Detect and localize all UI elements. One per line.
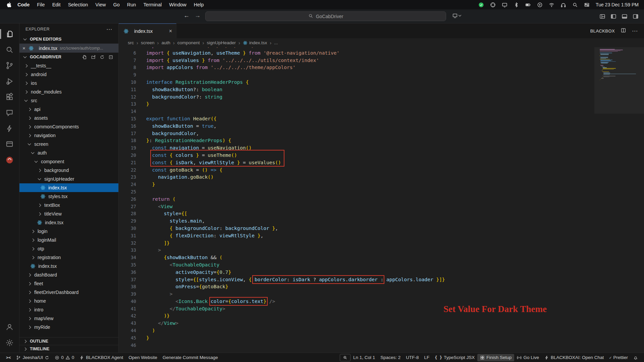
project-header[interactable]: GOCABDRIVER (19, 53, 118, 61)
tree-item-background[interactable]: background (19, 166, 118, 175)
statusbar-generate-commit[interactable]: Generate Commit Message (160, 354, 221, 361)
code-line-19[interactable]: 19 const navigation = useNavigation() (119, 144, 644, 152)
tree-item-registration[interactable]: registration (19, 253, 118, 262)
code-line-32[interactable]: 32 ]} (119, 240, 644, 247)
code-line-5[interactable]: 5import Icons from '../../../../utils/ic… (119, 47, 644, 50)
statusbar-blackbox-chat[interactable]: BLACKBOXAI: Open Chat (542, 354, 606, 361)
code-line-23[interactable]: 23 navigation.goBack() (119, 174, 644, 181)
statusbar-indentation[interactable]: Spaces: 2 (378, 354, 403, 361)
activity-accounts[interactable] (0, 319, 19, 335)
menu-terminal[interactable]: Terminal (140, 2, 165, 7)
tree-item-home[interactable]: home (19, 297, 118, 305)
code-line-12[interactable]: 12 backgroundColor?: string (119, 94, 644, 101)
tree-item-__tests__[interactable]: __tests__ (19, 61, 118, 70)
activity-blackbox-ai[interactable] (0, 152, 19, 168)
menu-selection[interactable]: Selection (64, 2, 92, 7)
more-actions-icon[interactable]: ⋯ (106, 26, 112, 33)
code-line-37[interactable]: 37 style={[styles.iconView, { borderColo… (119, 276, 644, 284)
tree-item-assets[interactable]: assets (19, 114, 118, 122)
headphones-icon[interactable] (560, 2, 566, 8)
code-line-33[interactable]: 33 > (119, 247, 644, 254)
code-area[interactable]: 5import Icons from '../../../../utils/ic… (119, 47, 644, 353)
apple-icon[interactable] (7, 2, 12, 7)
code-line-10[interactable]: 10interface RegistrationHeaderProps { (119, 79, 644, 86)
statusbar-encoding[interactable]: UTF-8 (403, 354, 421, 361)
breadcrumb--[interactable]: ... (274, 40, 278, 45)
menu-help[interactable]: Help (190, 2, 208, 7)
code-line-35[interactable]: 35 <TouchableOpacity (119, 261, 644, 269)
greenapp-icon[interactable] (478, 2, 484, 8)
menu-view[interactable]: View (92, 2, 109, 7)
tree-item-index.tsx[interactable]: index.tsx (19, 183, 118, 192)
statusbar-language[interactable]: { }TypeScript JSX (432, 354, 477, 361)
display-icon[interactable] (502, 2, 507, 8)
activity-remote-explorer[interactable] (0, 136, 19, 152)
activity-run-debug[interactable] (0, 73, 19, 89)
code-line-20[interactable]: 20 const { colors } = useTheme() (119, 152, 644, 159)
breadcrumb-auth[interactable]: auth (162, 40, 170, 45)
nav-back-icon[interactable]: ← (183, 12, 190, 19)
code-line-25[interactable]: 25 (119, 188, 644, 196)
code-line-46[interactable]: 46 (119, 342, 644, 349)
battery-icon[interactable] (525, 2, 531, 8)
statusbar-remote[interactable]: >< (3, 354, 13, 361)
statusbar-blackbox-agent[interactable]: BLACKBOX Agent (77, 354, 126, 361)
toggles-icon[interactable] (584, 2, 590, 8)
tree-item-intro[interactable]: intro (19, 305, 118, 314)
code-line-30[interactable]: 30 { backgroundColor: backgroundColor }, (119, 225, 644, 232)
panelleft-icon[interactable] (610, 13, 616, 19)
tree-item-dashBoard[interactable]: dashBoard (19, 270, 118, 279)
tree-item-loginMail[interactable]: loginMail (19, 236, 118, 244)
tree-item-textBox[interactable]: textBox (19, 201, 118, 209)
tree-item-fleetDriverDashboard[interactable]: fleetDriverDashboard (19, 288, 118, 297)
newfolder-icon[interactable] (91, 55, 96, 60)
code-line-15[interactable]: 15export function Header({ (119, 115, 644, 123)
activity-settings[interactable] (0, 335, 19, 351)
code-line-13[interactable]: 13} (119, 101, 644, 108)
tree-item-ios[interactable]: ios (19, 79, 118, 87)
code-line-9[interactable]: 9 (119, 71, 644, 79)
layout-icon[interactable] (599, 13, 605, 19)
code-line-21[interactable]: 21 const { isDark, viewRtlStyle } = useV… (119, 159, 644, 167)
close-icon[interactable]: × (22, 45, 25, 51)
more-actions-icon[interactable]: ⋯ (632, 27, 638, 35)
timeline-section[interactable]: TIMELINE (19, 345, 118, 353)
code-line-27[interactable]: 27 <View (119, 203, 644, 210)
code-line-26[interactable]: 26 return ( (119, 196, 644, 203)
breadcrumb-src[interactable]: src (128, 40, 134, 45)
code-line-18[interactable]: 18}: RegistrationHeaderProps) { (119, 137, 644, 144)
statusbar-problems[interactable]: 00 (52, 354, 77, 361)
bluetooth-icon[interactable] (514, 2, 519, 8)
code-line-36[interactable]: 36 activeOpacity={0.7} (119, 269, 644, 276)
code-line-6[interactable]: 6import { useNavigation, useTheme } from… (119, 50, 644, 57)
outline-section[interactable]: OUTLINE (19, 337, 118, 345)
panelright-icon[interactable] (633, 13, 639, 19)
tree-item-android[interactable]: android (19, 70, 118, 79)
collapseall-icon[interactable] (108, 55, 113, 60)
code-line-7[interactable]: 7import { useValues } from '../../../../… (119, 57, 644, 64)
split-editor-icon[interactable] (621, 27, 626, 35)
code-line-43[interactable]: 43 </View> (119, 320, 644, 327)
tree-item-index.tsx[interactable]: index.tsx (19, 218, 118, 227)
breadcrumb-signupheader[interactable]: signUpHeader (207, 40, 236, 45)
menu-code[interactable]: Code (14, 2, 33, 7)
menu-edit[interactable]: Edit (49, 2, 64, 7)
tree-item-login[interactable]: login (19, 227, 118, 236)
tab-index-tsx[interactable]: index.tsx × (119, 23, 176, 38)
code-line-42[interactable]: 42 )} (119, 312, 644, 320)
statusbar-cursor-position[interactable]: Ln 1, Col 1 (351, 354, 378, 361)
statusbar-eol[interactable]: LF (422, 354, 432, 361)
breadcrumb-index-tsx[interactable]: index.tsx (243, 40, 267, 45)
menu-go[interactable]: Go (109, 2, 123, 7)
menu-run[interactable]: Run (123, 2, 140, 7)
tree-item-mapView[interactable]: mapView (19, 314, 118, 323)
tree-item-fleet[interactable]: fleet (19, 279, 118, 288)
code-line-38[interactable]: 38 onPress={gotoBack} (119, 283, 644, 291)
activity-blackbox-agent[interactable] (0, 121, 19, 136)
activity-extensions[interactable] (0, 89, 19, 105)
code-line-44[interactable]: 44 ) (119, 327, 644, 335)
code-line-34[interactable]: 34 {showBackButton && ( (119, 254, 644, 261)
statusbar-branch[interactable]: Jeesha/UI (13, 354, 52, 361)
code-line-29[interactable]: 29 styles.main, (119, 218, 644, 225)
code-line-31[interactable]: 31 { flexDirection: viewRtlStyle }, (119, 232, 644, 240)
